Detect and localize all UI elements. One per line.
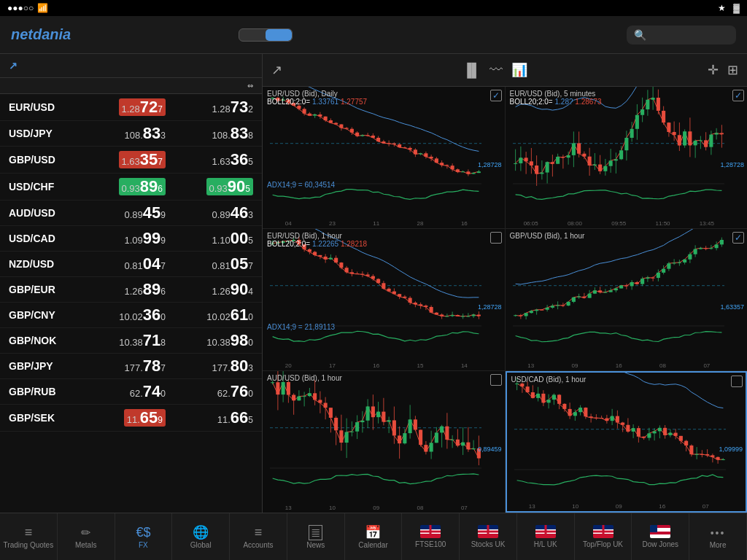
svg-rect-120 bbox=[603, 166, 607, 171]
tab-topflop-uk[interactable]: Top/Flop UK bbox=[575, 513, 632, 560]
candlestick-icon[interactable]: 📊 bbox=[511, 62, 527, 78]
chart-checkbox[interactable] bbox=[490, 232, 502, 244]
svg-rect-144 bbox=[667, 122, 670, 132]
wifi-icon: 📶 bbox=[37, 3, 48, 13]
tab-accounts[interactable]: ≡ Accounts bbox=[230, 513, 287, 560]
bottom-tab-bar: ≡ Trading Quotes ✏ Metals €$ FX 🌐 Global… bbox=[0, 513, 747, 560]
svg-rect-405 bbox=[456, 440, 460, 446]
tab-ftse100[interactable]: FTSE100 bbox=[402, 513, 460, 560]
line-chart-icon[interactable]: 〰 bbox=[489, 63, 503, 78]
svg-rect-156 bbox=[698, 140, 702, 141]
app-logo: netdania bbox=[11, 26, 71, 43]
chart-mode-button[interactable] bbox=[266, 29, 292, 41]
ask-price: 108.838 bbox=[166, 125, 253, 141]
svg-rect-223 bbox=[414, 303, 417, 304]
charts-grid: EUR/USD (Bid), Daily BOLL20;2:0= 1.33761… bbox=[263, 87, 747, 513]
tab-fx[interactable]: €$ FX bbox=[115, 513, 173, 560]
quote-row[interactable]: AUD/USD 0.89459 0.89463 bbox=[0, 201, 262, 226]
svg-rect-365 bbox=[350, 432, 354, 432]
tab-news[interactable]: ≣ News bbox=[287, 513, 345, 560]
svg-rect-292 bbox=[619, 285, 623, 288]
search-box[interactable]: 🔍 bbox=[627, 26, 736, 44]
pair-name: GBP/JPY bbox=[9, 360, 78, 372]
quote-row[interactable]: GBP/USD 1.63357 1.63365 bbox=[0, 147, 262, 174]
chart-x-axis: 1310091607 bbox=[507, 503, 732, 510]
quote-row[interactable]: GBP/JPY 177.787 177.803 bbox=[0, 354, 262, 379]
svg-rect-280 bbox=[587, 294, 591, 298]
quote-row[interactable]: GBP/SEK 11.659 11.665 bbox=[0, 405, 262, 432]
tab-label-stocks-uk: Stocks UK bbox=[471, 540, 506, 548]
svg-rect-61 bbox=[424, 153, 427, 157]
quote-row[interactable]: NZD/USD 0.81047 0.81057 bbox=[0, 252, 262, 277]
tab-calendar[interactable]: 📅 Calendar bbox=[345, 513, 403, 560]
svg-rect-264 bbox=[545, 308, 549, 310]
chart-checkbox[interactable] bbox=[732, 90, 744, 101]
bid-price: 108.833 bbox=[78, 125, 166, 141]
svg-rect-256 bbox=[524, 313, 527, 316]
svg-rect-359 bbox=[334, 418, 338, 430]
ask-header: ⇔ bbox=[166, 82, 253, 90]
quote-row[interactable]: USD/CAD 1.09999 1.10005 bbox=[0, 226, 262, 252]
bar-chart-icon[interactable]: ▐▌ bbox=[462, 63, 481, 78]
chart-cell-chart5[interactable]: AUD/USD (Bid), 1 hour 0,89459 1310090807 bbox=[263, 371, 505, 513]
quote-row[interactable]: GBP/CNY 10.02360 10.02610 bbox=[0, 303, 262, 328]
quote-row[interactable]: USD/CHF 0.93896 0.93905 bbox=[0, 174, 262, 201]
tab-dow-jones[interactable]: Dow Jones bbox=[632, 513, 689, 560]
chart-cell-chart6[interactable]: USD/CAD (Bid), 1 hour 1,09999 1310091607 bbox=[506, 371, 748, 513]
tab-icon-hl-uk bbox=[535, 525, 556, 538]
expand-icon[interactable]: ↗ bbox=[271, 62, 282, 78]
chart-x-axis: 2017161514 bbox=[263, 362, 490, 369]
svg-rect-266 bbox=[550, 306, 554, 308]
crosshair-icon[interactable]: ✛ bbox=[708, 62, 719, 78]
svg-rect-482 bbox=[684, 441, 688, 446]
chart-svg bbox=[263, 371, 505, 513]
chart-cell-chart3[interactable]: EUR/USD (Bid), 1 hour BOLL20;2:0= 1.2226… bbox=[263, 229, 505, 370]
quote-row[interactable]: GBP/EUR 1.26896 1.26904 bbox=[0, 277, 262, 303]
svg-rect-79 bbox=[472, 173, 476, 174]
svg-rect-213 bbox=[387, 289, 391, 292]
chart-checkbox[interactable] bbox=[732, 232, 744, 244]
tab-metals[interactable]: ✏ Metals bbox=[58, 513, 115, 560]
chart-price-level: 1,28728 bbox=[478, 161, 502, 168]
quote-row[interactable]: GBP/RUB 62.740 62.760 bbox=[0, 379, 262, 405]
quote-row[interactable]: USD/JPY 108.833 108.838 bbox=[0, 121, 262, 147]
tab-more[interactable]: ••• More bbox=[689, 513, 747, 560]
svg-rect-363 bbox=[345, 432, 349, 443]
chart-svg bbox=[506, 229, 748, 370]
tab-icon-more: ••• bbox=[711, 524, 726, 539]
quote-mode-button[interactable] bbox=[239, 29, 266, 41]
svg-rect-343 bbox=[292, 395, 295, 401]
tab-icon-global: 🌐 bbox=[193, 524, 209, 539]
ask-price: 1.28732 bbox=[166, 99, 253, 115]
bid-price: 62.740 bbox=[78, 384, 166, 400]
svg-rect-484 bbox=[689, 446, 693, 454]
chart-checkbox[interactable] bbox=[490, 374, 502, 386]
tab-trading-quotes[interactable]: ≡ Trading Quotes bbox=[0, 513, 58, 560]
svg-rect-209 bbox=[376, 279, 380, 284]
ask-price: 0.93905 bbox=[166, 178, 253, 195]
chart-cell-chart1[interactable]: EUR/USD (Bid), Daily BOLL20;2:0= 1.33761… bbox=[263, 87, 505, 228]
tab-hl-uk[interactable]: H/L UK bbox=[517, 513, 575, 560]
svg-rect-304 bbox=[651, 278, 654, 279]
svg-rect-361 bbox=[339, 430, 343, 443]
svg-rect-462 bbox=[631, 428, 635, 432]
quote-row[interactable]: GBP/NOK 10.38718 10.38980 bbox=[0, 328, 262, 354]
ask-price: 0.81057 bbox=[166, 256, 253, 272]
chart-svg bbox=[263, 229, 505, 370]
tab-label-more: More bbox=[710, 541, 727, 549]
quote-row[interactable]: EUR/USD 1.28727 1.28732 bbox=[0, 94, 262, 121]
tab-label-ftse100: FTSE100 bbox=[415, 540, 446, 548]
svg-rect-243 bbox=[466, 316, 470, 317]
grid-icon[interactable]: ⊞ bbox=[727, 62, 738, 78]
tab-global[interactable]: 🌐 Global bbox=[172, 513, 230, 560]
tab-stocks-uk[interactable]: Stocks UK bbox=[460, 513, 517, 560]
svg-rect-322 bbox=[698, 248, 702, 249]
svg-rect-63 bbox=[430, 157, 433, 158]
chart-checkbox[interactable] bbox=[731, 376, 743, 387]
svg-rect-375 bbox=[376, 412, 380, 418]
fx-panel-header: ↗ bbox=[0, 54, 262, 78]
chart-cell-chart2[interactable]: EUR/USD (Bid), 5 minutes BOLL20;2:0= 1.2… bbox=[506, 87, 748, 228]
chart-cell-chart4[interactable]: GBP/USD (Bid), 1 hour 1,63357 1309160807 bbox=[506, 229, 748, 370]
chart-checkbox[interactable] bbox=[490, 90, 502, 101]
svg-rect-252 bbox=[514, 315, 517, 316]
